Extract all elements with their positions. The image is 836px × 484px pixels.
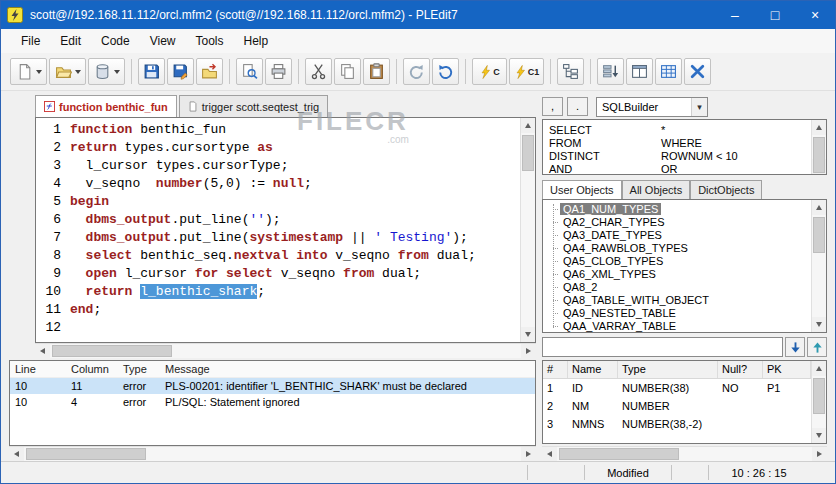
save-button[interactable]: [138, 58, 165, 85]
scroll-up-button[interactable]: [521, 118, 535, 133]
print-preview-button[interactable]: [236, 58, 263, 85]
sqlbuilder-vscroll[interactable]: [811, 120, 826, 174]
sql-keyword[interactable]: *: [661, 124, 809, 137]
tree-item[interactable]: QA8_2: [543, 281, 811, 294]
chevron-down-icon[interactable]: [75, 70, 81, 74]
tree-item[interactable]: QA4_RAWBLOB_TYPES: [543, 242, 811, 255]
tree-item[interactable]: QAA_VARRAY_TABLE: [543, 320, 811, 332]
undo-button[interactable]: [432, 58, 459, 85]
column-header[interactable]: #: [543, 361, 568, 378]
scroll-thumb[interactable]: [26, 448, 146, 460]
tab-dictobjects[interactable]: DictObjects: [690, 180, 762, 199]
errors-hscroll[interactable]: [9, 446, 536, 461]
scroll-track[interactable]: [812, 215, 826, 317]
scroll-track[interactable]: [557, 447, 812, 461]
dot-button[interactable]: .: [567, 97, 588, 116]
comma-button[interactable]: ,: [542, 97, 563, 116]
tree-item[interactable]: QA3_DATE_TYPES: [543, 229, 811, 242]
scroll-left-button[interactable]: [35, 344, 50, 358]
db-connect-button[interactable]: [88, 58, 125, 85]
scroll-left-button[interactable]: [9, 447, 24, 461]
maximize-button[interactable]: □: [755, 1, 795, 29]
editor-hscroll[interactable]: [35, 343, 536, 358]
editor-tab[interactable]: trigger scott.seqtest_trig: [179, 95, 328, 117]
sort-columns-button[interactable]: [597, 58, 624, 85]
code-area[interactable]: 1function benthic_fun2return types.curso…: [36, 118, 520, 342]
scroll-down-button[interactable]: [812, 317, 826, 332]
menu-view[interactable]: View: [140, 31, 186, 51]
tree-item[interactable]: QA5_CLOB_TYPES: [543, 255, 811, 268]
error-row[interactable]: 1011errorPLS-00201: identifier 'L_BENTHI…: [10, 378, 535, 394]
sql-keyword[interactable]: SELECT: [549, 124, 661, 137]
sql-keyword[interactable]: ROWNUM < 10: [661, 150, 809, 163]
scroll-track[interactable]: [812, 135, 826, 159]
tab-user-objects[interactable]: User Objects: [542, 180, 622, 199]
table-row[interactable]: 1IDNUMBER(38)NOP1: [543, 379, 811, 397]
error-col-header[interactable]: Line: [10, 361, 66, 377]
tools-button[interactable]: [684, 58, 711, 85]
menu-code[interactable]: Code: [91, 31, 140, 51]
menu-tools[interactable]: Tools: [186, 31, 234, 51]
editor-vscroll[interactable]: [520, 118, 535, 342]
save-as-button[interactable]: [167, 58, 194, 85]
tree-item[interactable]: QA2_CHAR_TYPES: [543, 216, 811, 229]
sql-keyword[interactable]: DISTINCT: [549, 150, 661, 163]
scroll-track[interactable]: [50, 344, 521, 358]
error-col-header[interactable]: Column: [66, 361, 118, 377]
scroll-thumb[interactable]: [52, 345, 172, 357]
error-row[interactable]: 104errorPL/SQL: Statement ignored: [10, 394, 535, 410]
menu-edit[interactable]: Edit: [50, 31, 91, 51]
cut-button[interactable]: [305, 58, 332, 85]
scroll-thumb[interactable]: [813, 217, 825, 253]
menu-file[interactable]: File: [11, 31, 50, 51]
chevron-down-icon[interactable]: [114, 70, 120, 74]
column-header[interactable]: Type: [618, 361, 718, 378]
column-header[interactable]: PK: [763, 361, 811, 378]
execute-c-button[interactable]: C: [472, 58, 507, 85]
scroll-thumb[interactable]: [559, 448, 679, 460]
columns-vscroll[interactable]: [811, 361, 826, 443]
tab-all-objects[interactable]: All Objects: [622, 180, 691, 199]
object-filter-input[interactable]: [542, 337, 783, 357]
print-button[interactable]: [265, 58, 292, 85]
redo-button[interactable]: [403, 58, 430, 85]
scroll-down-button[interactable]: [521, 327, 535, 342]
scroll-down-button[interactable]: [812, 428, 826, 443]
sql-keyword[interactable]: WHERE: [661, 137, 809, 150]
scroll-thumb[interactable]: [813, 378, 825, 414]
sql-keyword[interactable]: FROM: [549, 137, 661, 150]
scroll-right-button[interactable]: [521, 344, 536, 358]
column-header[interactable]: Null?: [718, 361, 763, 378]
menu-help[interactable]: Help: [234, 31, 279, 51]
export-button[interactable]: [196, 58, 223, 85]
execute-c1-button[interactable]: C1: [509, 58, 544, 85]
error-col-header[interactable]: Message: [160, 361, 535, 377]
scroll-up-button[interactable]: [812, 361, 826, 376]
close-button[interactable]: ×: [795, 1, 835, 29]
sql-keyword[interactable]: AND: [549, 163, 661, 176]
data-grid-button[interactable]: [655, 58, 682, 85]
editor-tab[interactable]: function benthic_fun: [35, 95, 177, 117]
find-down-button[interactable]: [785, 337, 805, 357]
tree-item[interactable]: QA1_NUM_TYPES: [543, 203, 811, 216]
chevron-down-icon[interactable]: [36, 70, 42, 74]
tree-vscroll[interactable]: [811, 200, 826, 332]
split-view-button[interactable]: [626, 58, 653, 85]
new-file-button[interactable]: [10, 58, 47, 85]
scroll-track[interactable]: [24, 447, 521, 461]
code-editor[interactable]: 1function benthic_fun2return types.curso…: [35, 117, 536, 343]
sqlbuilder-dropdown[interactable]: SQLBuilder ▾: [596, 97, 708, 117]
object-tree-button[interactable]: [557, 58, 584, 85]
scroll-track[interactable]: [521, 133, 535, 327]
open-file-button[interactable]: [49, 58, 86, 85]
copy-button[interactable]: [334, 58, 361, 85]
sql-keyword[interactable]: OR: [661, 163, 809, 176]
tree-item[interactable]: QA6_XML_TYPES: [543, 268, 811, 281]
scroll-track[interactable]: [812, 376, 826, 428]
tree-item[interactable]: QA9_NESTED_TABLE: [543, 307, 811, 320]
chevron-down-icon[interactable]: ▾: [691, 98, 707, 116]
find-up-button[interactable]: [807, 337, 827, 357]
column-header[interactable]: Name: [568, 361, 618, 378]
minimize-button[interactable]: –: [715, 1, 755, 29]
error-col-header[interactable]: Type: [118, 361, 160, 377]
